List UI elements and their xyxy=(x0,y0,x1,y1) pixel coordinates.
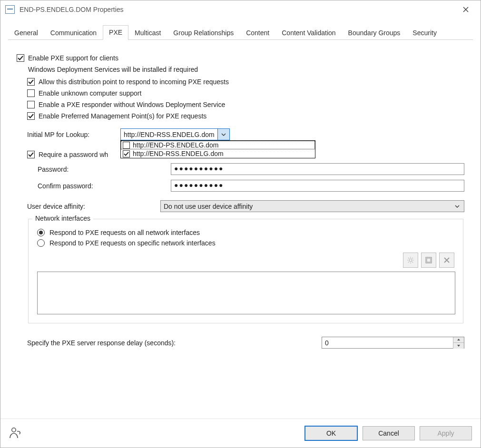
responder-no-wds-checkbox[interactable]: Enable a PXE responder without Windows D… xyxy=(27,101,464,108)
password-label: Password: xyxy=(38,166,171,173)
option-label: http://END-PS.ENDELG.dom xyxy=(133,141,219,149)
netif-specific-radio[interactable]: Respond to PXE requests on specific netw… xyxy=(37,239,454,247)
svg-rect-10 xyxy=(427,258,431,262)
confirm-password-label: Confirm password: xyxy=(38,182,171,190)
unknown-support-label: Enable unknown computer support xyxy=(39,89,141,97)
response-delay-value: 0 xyxy=(322,339,453,347)
close-icon xyxy=(463,7,469,12)
properties-icon xyxy=(425,256,432,264)
checkbox-icon xyxy=(27,112,35,120)
sun-icon xyxy=(407,256,414,264)
svg-line-6 xyxy=(412,262,413,263)
tab-communication[interactable]: Communication xyxy=(44,26,103,40)
tab-pxe[interactable]: PXE xyxy=(103,25,128,40)
cancel-button[interactable]: Cancel xyxy=(363,426,415,440)
password-field[interactable]: ●●●●●●●●●● xyxy=(171,163,464,175)
pxe-panel: Enable PXE support for clients Windows D… xyxy=(0,40,481,419)
checkbox-icon xyxy=(17,54,24,62)
initial-mp-value: http://END-RSS.ENDELG.dom xyxy=(121,130,217,139)
confirm-password-field[interactable]: ●●●●●●●●●● xyxy=(171,180,464,192)
checkbox-icon xyxy=(27,151,35,158)
delete-icon xyxy=(443,256,451,264)
radio-icon xyxy=(37,229,45,236)
netif-all-label: Respond to PXE requests on all network i… xyxy=(49,229,200,236)
uda-label: User device affinity: xyxy=(27,203,160,210)
network-interfaces-legend: Network interfaces xyxy=(32,214,93,222)
initial-mp-option[interactable]: http://END-RSS.ENDELG.dom xyxy=(121,149,315,158)
tab-strip: General Communication PXE Multicast Grou… xyxy=(8,25,473,40)
ok-button[interactable]: OK xyxy=(304,426,358,441)
initial-mp-dropdown[interactable]: http://END-RSS.ENDELG.dom xyxy=(120,128,230,140)
radio-icon xyxy=(37,239,45,247)
preferred-mp-label: Enable Preferred Management Point(s) for… xyxy=(39,112,206,120)
svg-point-11 xyxy=(12,428,16,431)
tab-multicast[interactable]: Multicast xyxy=(128,26,167,40)
require-password-label: Require a password wh xyxy=(39,151,108,158)
interfaces-listbox[interactable] xyxy=(37,272,455,314)
allow-respond-label: Allow this distribution point to respond… xyxy=(39,78,229,86)
checkbox-icon xyxy=(123,142,130,149)
wds-note: Windows Deployment Services will be inst… xyxy=(28,66,464,73)
tab-boundary-groups[interactable]: Boundary Groups xyxy=(342,26,407,40)
netif-all-radio[interactable]: Respond to PXE requests on all network i… xyxy=(37,229,454,236)
dialog-button-bar: OK Cancel Apply xyxy=(0,419,481,448)
tab-security[interactable]: Security xyxy=(406,26,443,40)
svg-point-0 xyxy=(409,259,412,262)
chevron-down-icon xyxy=(217,129,229,140)
checkbox-icon xyxy=(27,89,35,97)
initial-mp-label: Initial MP for Lookup: xyxy=(27,131,120,138)
uda-value: Do not use user device affinity xyxy=(164,203,253,210)
chevron-down-icon xyxy=(452,204,462,209)
spinner-down-button[interactable] xyxy=(453,343,464,349)
unknown-support-checkbox[interactable]: Enable unknown computer support xyxy=(27,89,464,97)
tab-general[interactable]: General xyxy=(8,26,44,40)
network-interfaces-group: Network interfaces Respond to PXE reques… xyxy=(28,219,463,323)
app-icon xyxy=(5,5,15,14)
tab-content[interactable]: Content xyxy=(240,26,275,40)
initial-mp-dropdown-list[interactable]: http://END-PS.ENDELG.dom http://END-RSS.… xyxy=(120,140,315,158)
window-title: END-PS.ENDELG.DOM Properties xyxy=(20,6,124,13)
allow-respond-checkbox[interactable]: Allow this distribution point to respond… xyxy=(27,78,464,86)
responder-no-wds-label: Enable a PXE responder without Windows D… xyxy=(39,101,225,108)
tab-group-relationships[interactable]: Group Relationships xyxy=(167,26,240,40)
initial-mp-option[interactable]: http://END-PS.ENDELG.dom xyxy=(121,141,315,149)
delete-interface-button[interactable] xyxy=(439,253,454,268)
checkbox-icon xyxy=(27,78,35,86)
option-label: http://END-RSS.ENDELG.dom xyxy=(133,150,224,157)
add-interface-button[interactable] xyxy=(403,253,418,268)
netif-specific-label: Respond to PXE requests on specific netw… xyxy=(49,239,216,247)
checkbox-icon xyxy=(27,101,35,108)
person-icon xyxy=(9,427,22,440)
edit-interface-button[interactable] xyxy=(421,253,436,268)
checkbox-icon xyxy=(123,150,130,157)
apply-button[interactable]: Apply xyxy=(420,426,472,440)
spinner-up-button[interactable] xyxy=(453,337,464,343)
svg-line-5 xyxy=(408,258,409,259)
uda-select[interactable]: Do not use user device affinity xyxy=(160,200,464,212)
tab-content-validation[interactable]: Content Validation xyxy=(275,26,342,40)
svg-line-7 xyxy=(408,262,409,263)
response-delay-spinner[interactable]: 0 xyxy=(322,337,464,349)
svg-line-8 xyxy=(412,258,413,259)
enable-pxe-label: Enable PXE support for clients xyxy=(28,54,118,62)
titlebar: END-PS.ENDELG.DOM Properties xyxy=(0,0,481,19)
response-delay-label: Specify the PXE server response delay (s… xyxy=(27,339,176,347)
properties-dialog: END-PS.ENDELG.DOM Properties General Com… xyxy=(0,0,481,448)
preferred-mp-checkbox[interactable]: Enable Preferred Management Point(s) for… xyxy=(27,112,464,120)
enable-pxe-checkbox[interactable]: Enable PXE support for clients xyxy=(17,54,464,62)
close-button[interactable] xyxy=(455,3,477,16)
